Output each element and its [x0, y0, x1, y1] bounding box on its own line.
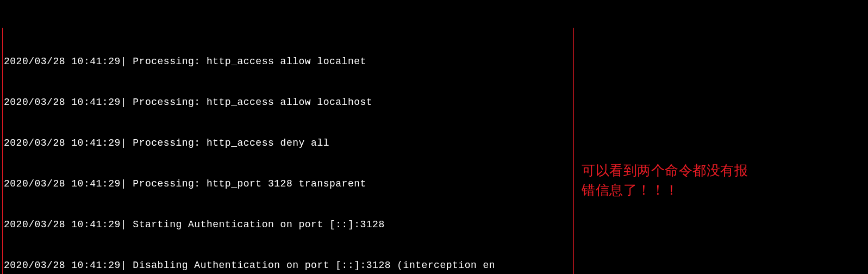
- output-box-1: 2020/03/28 10:41:29| Processing: http_ac…: [2, 28, 574, 274]
- terminal-output[interactable]: 2020/03/28 10:41:29| Processing: http_ac…: [0, 0, 576, 274]
- annotation-text: 可以看到两个命令都没有报 错信息了！！！: [576, 0, 848, 274]
- log-line: 2020/03/28 10:41:29| Processing: http_ac…: [4, 55, 572, 68]
- annotation-line-2: 错信息了！！！: [582, 180, 848, 200]
- log-line: 2020/03/28 10:41:29| Starting Authentica…: [4, 218, 572, 232]
- log-line: 2020/03/28 10:41:29| Processing: http_ac…: [4, 136, 572, 150]
- log-line: 2020/03/28 10:41:29| Processing: http_ac…: [4, 96, 572, 109]
- annotation-line-1: 可以看到两个命令都没有报: [582, 160, 848, 180]
- log-line: 2020/03/28 10:41:29| Disabling Authentic…: [4, 259, 572, 272]
- log-line: 2020/03/28 10:41:29| Processing: http_po…: [4, 177, 572, 191]
